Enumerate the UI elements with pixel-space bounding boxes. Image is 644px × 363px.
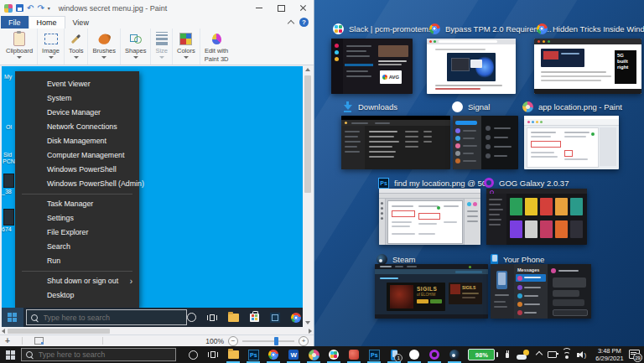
signal-button[interactable]	[404, 346, 424, 363]
shapes-icon	[130, 34, 142, 44]
app-button[interactable]	[344, 346, 364, 363]
customize-toolbar-icon[interactable]: ▾	[48, 5, 50, 11]
messages-header: Messages	[517, 267, 539, 272]
thumbnail-your-phone[interactable]: Messages	[491, 264, 591, 319]
zoom-slider-thumb[interactable]	[274, 337, 278, 345]
ribbon-group-size: Size	[151, 29, 173, 65]
scroll-left-icon[interactable]	[2, 329, 5, 334]
close-button[interactable]	[292, 0, 314, 16]
ribbon-group-clipboard[interactable]: Clipboard	[2, 29, 38, 65]
slack-button[interactable]	[324, 346, 344, 363]
tab-view[interactable]: View	[65, 16, 96, 29]
chrome-button[interactable]	[263, 346, 283, 363]
vertical-scrollbar[interactable]	[303, 65, 313, 327]
redo-icon[interactable]: ↷	[37, 4, 44, 13]
window-label-steam[interactable]: Steam	[377, 253, 415, 265]
notification-badge: 29	[633, 353, 642, 362]
photoshop-window-button[interactable]: Ps	[364, 346, 384, 363]
thumbnail-downloads[interactable]	[341, 116, 450, 169]
ribbon-group-shapes[interactable]: Shapes	[121, 29, 151, 65]
signal-icon	[409, 350, 419, 360]
zoom-slider[interactable]	[242, 340, 294, 342]
window-label-slack[interactable]: Slack | pcm-promotem...	[333, 23, 435, 34]
network-icon[interactable]	[563, 351, 571, 358]
minimize-button[interactable]	[248, 0, 270, 16]
tablet-device-icon[interactable]	[548, 351, 557, 358]
thumbnail-signal[interactable]	[453, 116, 518, 169]
window-label-photoshop[interactable]: Ps find my location.png @ 50..	[378, 177, 491, 189]
thumbnail-steam[interactable]: SIGILS of ELOHIM SIGILS	[375, 264, 488, 319]
ribbon-group-tools[interactable]: Tools	[65, 29, 89, 65]
thumbnail-hidden-tricks[interactable]: 5G built right	[534, 39, 641, 94]
minimize-icon	[256, 8, 262, 8]
thumbnail-photoshop[interactable]	[379, 189, 480, 245]
search-icon	[31, 314, 38, 321]
thumbnail-bypass-tpm[interactable]	[427, 39, 516, 94]
edit-with-paint3d-button[interactable]: Edit with Paint 3D	[200, 29, 233, 65]
menu-separator	[22, 271, 132, 272]
paint-canvas[interactable]: My Ol Sid PCN _38 674 Event Viewer Syste…	[2, 66, 303, 327]
ribbon-group-brushes[interactable]: Brushes	[88, 29, 121, 65]
thumbnail-gog-galaxy[interactable]	[486, 189, 587, 245]
tab-file[interactable]: File	[1, 16, 29, 29]
chrome-icon	[429, 23, 440, 34]
paint-button[interactable]	[304, 346, 324, 363]
ribbon-group-colors[interactable]: Colors	[173, 29, 200, 65]
action-center-button[interactable]: 29	[629, 350, 639, 360]
thumbnail-app-location-paint[interactable]	[524, 116, 619, 169]
zoom-in-button[interactable]: +	[299, 336, 309, 346]
power-plug-icon[interactable]	[504, 350, 511, 360]
window-label-bypass-tpm[interactable]: Bypass TPM 2.0 Requireme...	[429, 23, 552, 34]
steam-banner-subtitle: of ELOHIM	[417, 293, 435, 297]
weather-icon[interactable]	[517, 350, 529, 360]
horizontal-scrollbar[interactable]	[0, 327, 314, 334]
cortana-button[interactable]	[183, 346, 203, 363]
collapse-ribbon-icon[interactable]	[288, 19, 294, 26]
file-explorer-button[interactable]	[223, 346, 243, 363]
start-button[interactable]	[0, 346, 21, 363]
show-hidden-icons-icon[interactable]	[536, 351, 543, 358]
paint-titlebar: ↶ ↷ ▾ windows secret menu.jpg - Paint	[0, 0, 314, 16]
scroll-up-icon[interactable]	[305, 68, 310, 71]
taskbar-search-box[interactable]	[21, 348, 177, 361]
windows-logo-icon	[8, 313, 17, 322]
window-label-downloads[interactable]: Downloads	[342, 101, 397, 112]
window-label-your-phone[interactable]: Your Phone	[491, 253, 544, 265]
taskbar-search-input[interactable]	[37, 350, 149, 360]
dropdown-icon	[49, 56, 54, 59]
vertical-scroll-thumb[interactable]	[304, 75, 311, 193]
horizontal-scroll-thumb[interactable]	[8, 329, 110, 334]
volume-icon[interactable]: )	[577, 351, 586, 359]
word-button[interactable]: W	[283, 346, 304, 363]
system-tray: )	[537, 351, 586, 359]
window-label-app-location-paint[interactable]: app location.png - Paint	[522, 101, 622, 112]
scroll-down-icon[interactable]	[305, 321, 310, 324]
window-label-gog-galaxy[interactable]: GOG Galaxy 2.0.37	[484, 177, 569, 189]
photoshop-icon: Ps	[378, 178, 389, 189]
zoom-out-button[interactable]: −	[228, 336, 238, 346]
maximize-icon	[278, 5, 285, 12]
taskbar-clock[interactable]: 3:48 PM 6/29/2021	[595, 347, 623, 362]
task-view-button[interactable]	[203, 346, 223, 363]
undo-icon[interactable]: ↶	[27, 4, 34, 13]
your-phone-button[interactable]: 1	[384, 346, 404, 363]
gog-galaxy-icon	[429, 350, 439, 360]
paint-menubar: File Home View ?	[0, 16, 314, 29]
maximize-button[interactable]	[270, 0, 292, 16]
photoshop-button[interactable]: Ps	[243, 346, 263, 363]
help-icon[interactable]: ?	[299, 18, 309, 27]
dropdown-icon	[133, 56, 138, 59]
steam-button[interactable]	[444, 346, 465, 363]
cursor-position-icon: +	[5, 337, 10, 345]
scroll-right-icon[interactable]	[309, 329, 312, 334]
steam-icon	[377, 254, 387, 265]
tab-home[interactable]: Home	[29, 16, 65, 29]
gog-galaxy-button[interactable]	[424, 346, 444, 363]
battery-indicator[interactable]: 98%	[468, 349, 498, 360]
save-icon[interactable]	[16, 4, 23, 12]
task-view-icon	[207, 314, 217, 322]
window-label-hidden-tricks[interactable]: Hidden Tricks Inside Windo...	[537, 23, 644, 34]
window-label-signal[interactable]: Signal	[452, 101, 490, 112]
thumbnail-slack[interactable]: AVG	[331, 39, 413, 94]
ribbon-group-image[interactable]: Image	[38, 29, 65, 65]
